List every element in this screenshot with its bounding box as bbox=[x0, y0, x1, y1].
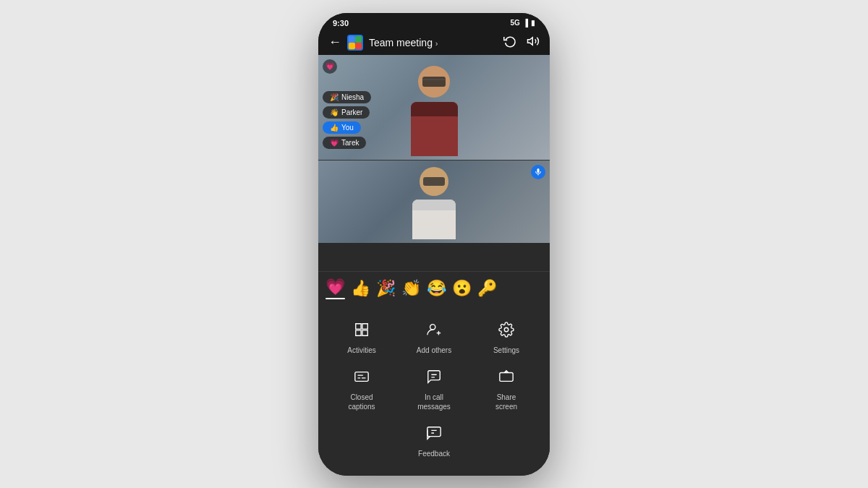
meet-logo-icon bbox=[347, 35, 363, 51]
feedback-label: Feedback bbox=[418, 449, 450, 458]
niesha-chip: 🎉 Niesha bbox=[323, 91, 371, 103]
status-bar: 9:30 5G ▐ ▮ bbox=[318, 13, 550, 30]
svg-rect-6 bbox=[537, 168, 540, 173]
settings-icon bbox=[493, 317, 519, 343]
svg-rect-4 bbox=[355, 43, 362, 49]
niesha-emoji: 🎉 bbox=[330, 93, 339, 101]
share-screen-label: Sharescreen bbox=[495, 393, 517, 411]
svg-point-8 bbox=[430, 324, 435, 329]
captions-icon bbox=[349, 364, 375, 390]
video-area: 💗 🎉 Niesha 👋 Parker 👍 You 💗 Tarek bbox=[318, 55, 550, 271]
settings-label: Settings bbox=[493, 346, 519, 355]
audio-button[interactable] bbox=[527, 35, 540, 51]
svg-rect-12 bbox=[355, 372, 368, 381]
add-others-label: Add others bbox=[417, 346, 451, 355]
meeting-title: Team meeting › bbox=[369, 37, 498, 48]
phone-frame: 9:30 5G ▐ ▮ ← Team meeting › bbox=[318, 13, 550, 476]
menu-row-1: Activities Add others bbox=[318, 314, 550, 358]
parker-name: Parker bbox=[341, 108, 362, 116]
chevron-right-icon: › bbox=[435, 39, 438, 48]
tarek-name: Tarek bbox=[341, 139, 359, 147]
add-person-icon bbox=[421, 317, 447, 343]
svg-rect-18 bbox=[500, 372, 513, 381]
svg-rect-3 bbox=[349, 43, 355, 49]
video-bottom bbox=[318, 160, 550, 243]
back-button[interactable]: ← bbox=[328, 35, 341, 50]
feedback-icon bbox=[421, 420, 447, 446]
activities-icon bbox=[349, 317, 375, 343]
emoji-party[interactable]: 🎉 bbox=[376, 279, 396, 298]
closed-captions-button[interactable]: Closedcaptions bbox=[336, 364, 388, 411]
svg-rect-2 bbox=[355, 35, 362, 42]
settings-button[interactable]: Settings bbox=[480, 317, 532, 355]
share-screen-icon bbox=[493, 364, 519, 390]
battery-icon: ▮ bbox=[531, 19, 535, 27]
emoji-clap[interactable]: 👏 bbox=[401, 279, 421, 298]
in-call-messages-button[interactable]: In callmessages bbox=[408, 364, 460, 411]
video-top: 💗 🎉 Niesha 👋 Parker 👍 You 💗 Tarek bbox=[318, 55, 550, 160]
svg-rect-20 bbox=[427, 427, 441, 436]
emoji-heart-wrapper[interactable]: 💗 bbox=[326, 278, 345, 299]
audio-active-indicator bbox=[531, 165, 545, 179]
feedback-button[interactable]: Feedback bbox=[408, 420, 460, 458]
menu-panel: Activities Add others bbox=[318, 305, 550, 476]
share-screen-button[interactable]: Sharescreen bbox=[480, 364, 532, 411]
svg-point-11 bbox=[504, 328, 509, 332]
parker-chip: 👋 Parker bbox=[323, 106, 370, 119]
emoji-wow[interactable]: 😮 bbox=[452, 279, 472, 298]
reaction-heart-indicator: 💗 bbox=[323, 59, 337, 74]
emoji-heart[interactable]: 💗 bbox=[326, 278, 345, 296]
svg-marker-5 bbox=[528, 37, 533, 45]
signal-label: 5G bbox=[511, 19, 520, 27]
activities-label: Activities bbox=[347, 346, 375, 355]
video-bottom-bg bbox=[318, 160, 550, 243]
participant-labels-top: 🎉 Niesha 👋 Parker 👍 You 💗 Tarek bbox=[323, 91, 371, 149]
top-bar: ← Team meeting › bbox=[318, 30, 550, 55]
in-call-messages-label: In callmessages bbox=[417, 393, 451, 411]
add-others-button[interactable]: Add others bbox=[408, 317, 460, 355]
emoji-active-indicator bbox=[326, 298, 345, 299]
emoji-bar: 💗 👍 🎉 👏 😂 😮 🔑 bbox=[318, 271, 550, 305]
emoji-thumbsup[interactable]: 👍 bbox=[351, 279, 370, 298]
signal-icon: ▐ bbox=[523, 19, 528, 27]
menu-row-3: Feedback bbox=[318, 417, 550, 461]
rotate-camera-button[interactable] bbox=[503, 35, 516, 51]
emoji-laugh[interactable]: 😂 bbox=[427, 279, 446, 298]
activities-button[interactable]: Activities bbox=[336, 317, 388, 355]
top-icons bbox=[503, 35, 540, 51]
parker-emoji: 👋 bbox=[330, 108, 339, 116]
you-emoji: 👍 bbox=[330, 124, 339, 132]
status-time: 9:30 bbox=[333, 19, 349, 27]
tarek-emoji: 💗 bbox=[330, 139, 339, 147]
tarek-chip: 💗 Tarek bbox=[323, 137, 366, 149]
you-chip: 👍 You bbox=[323, 121, 361, 134]
svg-rect-1 bbox=[349, 35, 355, 42]
closed-captions-label: Closedcaptions bbox=[348, 393, 375, 411]
niesha-name: Niesha bbox=[341, 93, 364, 101]
chat-icon bbox=[421, 364, 447, 390]
emoji-key[interactable]: 🔑 bbox=[477, 279, 497, 298]
you-name: You bbox=[341, 124, 354, 132]
menu-row-2: Closedcaptions In callmessages bbox=[318, 361, 550, 414]
